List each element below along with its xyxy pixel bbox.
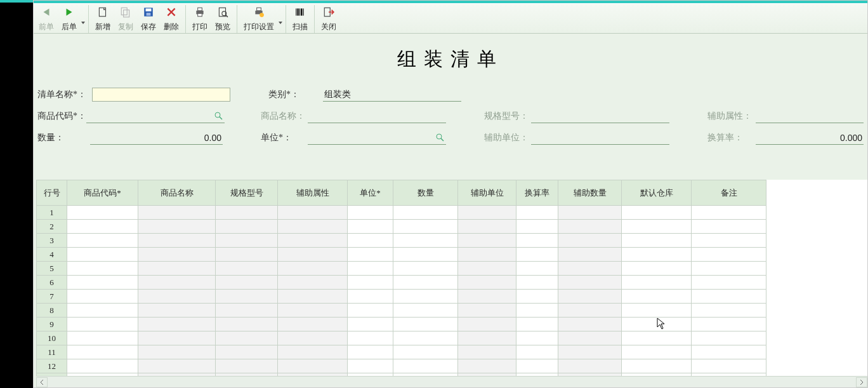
cell[interactable] [138,276,216,290]
cell[interactable] [516,206,558,220]
cell[interactable] [278,248,348,262]
cell[interactable] [516,318,558,331]
cell[interactable] [67,345,138,359]
cell[interactable] [692,262,766,276]
cell[interactable] [516,220,558,234]
cell[interactable] [692,318,766,331]
cell[interactable] [348,318,393,331]
cell[interactable] [393,276,458,290]
data-grid[interactable]: 行号商品代码*商品名称规格型号辅助属性单位*数量辅助单位换算率辅助数量默认仓库备… [36,180,766,376]
grid-wrapper[interactable]: 行号商品代码*商品名称规格型号辅助属性单位*数量辅助单位换算率辅助数量默认仓库备… [36,180,867,376]
cell[interactable] [138,290,216,304]
cell[interactable] [67,359,138,373]
column-header[interactable]: 换算率 [516,180,558,206]
cell[interactable] [458,206,516,220]
table-row[interactable]: 8 [37,304,766,318]
column-header[interactable]: 规格型号 [216,180,278,206]
cell[interactable] [393,304,458,318]
cell[interactable] [458,276,516,290]
cell[interactable] [348,234,393,248]
cell[interactable] [622,262,692,276]
column-header[interactable]: 辅助属性 [278,180,348,206]
cell[interactable] [67,304,138,318]
table-row[interactable]: 6 [37,276,766,290]
copy-button[interactable]: 复制 [114,5,137,33]
cell[interactable] [622,345,692,359]
row-number[interactable]: 4 [37,248,67,262]
row-number[interactable]: 5 [37,262,67,276]
listname-input[interactable] [92,88,230,102]
cell[interactable] [692,220,766,234]
cell[interactable] [692,359,766,373]
row-number[interactable]: 6 [37,276,67,290]
cell[interactable] [348,304,393,318]
rate-input[interactable] [756,131,864,145]
table-row[interactable]: 5 [37,262,766,276]
cell[interactable] [216,345,278,359]
cell[interactable] [67,318,138,331]
cell[interactable] [67,262,138,276]
cell[interactable] [458,331,516,345]
cell[interactable] [67,234,138,248]
cell[interactable] [216,290,278,304]
cell[interactable] [138,331,216,345]
new-button[interactable]: 新增 [91,5,114,33]
cell[interactable] [348,220,393,234]
cell[interactable] [622,248,692,262]
next-record-button[interactable]: 后单 [58,5,81,33]
cell[interactable] [393,331,458,345]
cell[interactable] [516,262,558,276]
auxunit-input[interactable] [531,131,669,145]
cell[interactable] [138,262,216,276]
table-row[interactable]: 3 [37,234,766,248]
lookup-icon[interactable] [213,110,223,121]
cell[interactable] [67,331,138,345]
cell[interactable] [278,331,348,345]
cell[interactable] [216,248,278,262]
cell[interactable] [458,248,516,262]
cell[interactable] [278,262,348,276]
cell[interactable] [558,276,622,290]
cell[interactable] [278,234,348,248]
cell[interactable] [393,206,458,220]
qty-input[interactable] [90,131,223,145]
cell[interactable] [278,345,348,359]
cell[interactable] [692,290,766,304]
column-header[interactable]: 行号 [37,180,67,206]
cell[interactable] [67,290,138,304]
cell[interactable] [692,304,766,318]
cell[interactable] [516,248,558,262]
cell[interactable] [458,262,516,276]
cell[interactable] [516,290,558,304]
row-number[interactable]: 12 [37,359,67,373]
cell[interactable] [558,290,622,304]
cell[interactable] [622,276,692,290]
cell[interactable] [278,290,348,304]
scan-button[interactable]: 扫描 [289,5,312,33]
cell[interactable] [138,248,216,262]
row-number[interactable]: 10 [37,331,67,345]
cell[interactable] [278,220,348,234]
row-number[interactable]: 1 [37,206,67,220]
cell[interactable] [216,220,278,234]
cell[interactable] [348,276,393,290]
table-row[interactable]: 4 [37,248,766,262]
cell[interactable] [622,304,692,318]
cell[interactable] [278,276,348,290]
cell[interactable] [692,331,766,345]
cell[interactable] [692,206,766,220]
cell[interactable] [558,304,622,318]
cell[interactable] [516,234,558,248]
column-header[interactable]: 辅助单位 [458,180,516,206]
cell[interactable] [558,331,622,345]
cell[interactable] [393,220,458,234]
cell[interactable] [216,276,278,290]
cell[interactable] [516,345,558,359]
cell[interactable] [393,248,458,262]
cell[interactable] [622,318,692,331]
prodcode-input[interactable] [86,109,225,123]
cell[interactable] [348,359,393,373]
save-button[interactable]: 保存 [137,5,160,33]
preview-button[interactable]: 预览 [211,5,234,33]
cell[interactable] [138,345,216,359]
